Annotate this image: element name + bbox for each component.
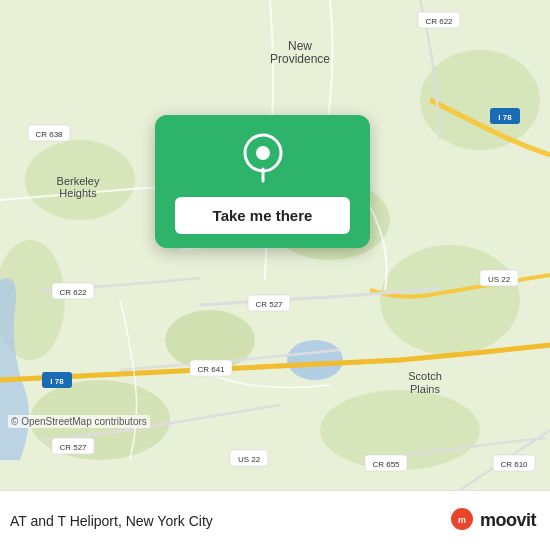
location-label: AT and T Heliport, New York City <box>10 513 213 529</box>
svg-text:CR 610: CR 610 <box>500 460 528 469</box>
svg-text:CR 527: CR 527 <box>59 443 87 452</box>
location-pin-icon <box>237 133 289 185</box>
svg-point-43 <box>256 146 270 160</box>
svg-text:CR 527: CR 527 <box>255 300 283 309</box>
svg-text:Plains: Plains <box>410 383 440 395</box>
bottom-bar: AT and T Heliport, New York City m moovi… <box>0 490 550 550</box>
osm-attribution: © OpenStreetMap contributors <box>8 415 150 428</box>
svg-text:Berkeley: Berkeley <box>57 175 100 187</box>
svg-text:Heights: Heights <box>59 187 97 199</box>
moovit-pin-icon: m <box>448 507 476 535</box>
svg-text:CR 641: CR 641 <box>197 365 225 374</box>
svg-point-9 <box>287 340 343 380</box>
svg-text:CR 622: CR 622 <box>425 17 453 26</box>
svg-text:US 22: US 22 <box>488 275 511 284</box>
moovit-logo: m moovit <box>448 507 536 535</box>
take-me-there-button[interactable]: Take me there <box>175 197 350 234</box>
svg-text:Providence: Providence <box>270 52 330 66</box>
svg-text:I 78: I 78 <box>498 113 512 122</box>
popup-card: Take me there <box>155 115 370 248</box>
svg-text:CR 655: CR 655 <box>372 460 400 469</box>
svg-text:CR 622: CR 622 <box>59 288 87 297</box>
svg-point-4 <box>380 245 520 355</box>
svg-text:US 22: US 22 <box>238 455 261 464</box>
map-container: CR 638 CR 622 I 78 (655) CR 622 US 22 CR… <box>0 0 550 490</box>
svg-text:CR 638: CR 638 <box>35 130 63 139</box>
svg-text:m: m <box>458 515 466 525</box>
svg-text:New: New <box>288 39 312 53</box>
svg-text:Scotch: Scotch <box>408 370 442 382</box>
moovit-wordmark: moovit <box>480 510 536 531</box>
svg-text:I 78: I 78 <box>50 377 64 386</box>
